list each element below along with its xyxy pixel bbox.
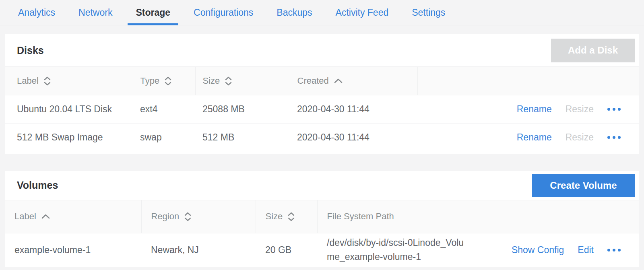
disks-panel-header: Disks Add a Disk (5, 34, 639, 66)
ellipsis-icon[interactable] (607, 134, 621, 140)
column-label: Region (151, 211, 180, 222)
disk-type-cell: swap (133, 124, 195, 152)
detail-tab-bar: Analytics Network Storage Configurations… (0, 0, 644, 25)
up-down-chevrons-icon (165, 76, 171, 86)
column-label: Label (14, 211, 36, 222)
column-label: File System Path (327, 211, 394, 222)
add-disk-button[interactable]: Add a Disk (551, 39, 635, 62)
up-chevron-icon (41, 214, 50, 219)
disks-table: Label Type (5, 66, 639, 152)
disk-type-cell: ext4 (133, 95, 195, 124)
volumes-table: Label Region (5, 200, 639, 267)
disks-table-header-row: Label Type (5, 67, 639, 95)
up-down-chevrons-icon (44, 76, 51, 86)
disk-actions: Rename Resize (425, 132, 639, 143)
tab-backups[interactable]: Backups (268, 0, 320, 25)
disks-column-size[interactable]: Size (195, 67, 290, 95)
disk-created-cell: 2020-04-30 11:44 (290, 124, 417, 152)
disk-created-cell: 2020-04-30 11:44 (290, 95, 417, 124)
volume-region-cell: Newark, NJ (141, 233, 256, 267)
tab-settings[interactable]: Settings (404, 0, 453, 25)
volume-path-cell: /dev/disk/by-id/scsi-0Linode_Volume_exam… (317, 233, 500, 267)
edit-link[interactable]: Edit (578, 245, 594, 256)
volumes-title: Volumes (17, 179, 58, 191)
column-label: Type (140, 76, 160, 86)
resize-link[interactable]: Resize (566, 104, 594, 115)
disk-size-cell: 25088 MB (195, 95, 290, 124)
volumes-column-file-system-path: File System Path (317, 200, 500, 233)
disk-label-cell: Ubuntu 20.04 LTS Disk (5, 95, 133, 124)
show-config-link[interactable]: Show Config (512, 245, 564, 256)
disks-column-label[interactable]: Label (5, 67, 133, 95)
disk-size-cell: 512 MB (195, 124, 290, 152)
tab-configurations[interactable]: Configurations (186, 0, 261, 25)
tab-analytics[interactable]: Analytics (10, 0, 63, 25)
disks-column-actions (417, 67, 639, 95)
ellipsis-icon[interactable] (607, 247, 621, 253)
rename-link[interactable]: Rename (517, 132, 552, 143)
up-down-chevrons-icon (225, 76, 232, 86)
column-label: Size (203, 76, 220, 86)
disks-column-type[interactable]: Type (133, 67, 195, 95)
disks-title: Disks (17, 45, 44, 56)
volume-actions: Show Config Edit (510, 245, 639, 256)
disks-panel: Disks Add a Disk Label (5, 34, 639, 154)
file-system-path: /dev/disk/by-id/scsi-0Linode_Volume_exam… (327, 233, 469, 267)
resize-link[interactable]: Resize (566, 132, 594, 143)
disk-actions: Rename Resize (425, 104, 639, 115)
disk-row: Ubuntu 20.04 LTS Disk ext4 25088 MB 2020… (5, 95, 639, 124)
volumes-column-label[interactable]: Label (5, 200, 141, 233)
volume-size-cell: 20 GB (256, 233, 317, 267)
tab-storage[interactable]: Storage (128, 0, 178, 25)
up-chevron-icon (334, 78, 343, 83)
volumes-panel-header: Volumes Create Volume (5, 171, 639, 200)
disks-column-created[interactable]: Created (290, 67, 417, 95)
volumes-column-actions (500, 200, 639, 233)
rename-link[interactable]: Rename (517, 104, 552, 115)
up-down-chevrons-icon (288, 212, 295, 221)
up-down-chevrons-icon (184, 212, 191, 221)
disk-label-cell: 512 MB Swap Image (5, 124, 133, 152)
tab-activity-feed[interactable]: Activity Feed (328, 0, 397, 25)
volume-row: example-volume-1 Newark, NJ 20 GB /dev/d… (5, 233, 639, 267)
ellipsis-icon[interactable] (607, 106, 621, 112)
column-label: Label (17, 76, 39, 86)
volumes-column-size[interactable]: Size (256, 200, 317, 233)
column-label: Created (297, 76, 329, 86)
tab-network[interactable]: Network (70, 0, 120, 25)
volumes-table-header-row: Label Region (5, 200, 639, 233)
volumes-column-region[interactable]: Region (141, 200, 256, 233)
create-volume-button[interactable]: Create Volume (532, 174, 635, 197)
disk-row: 512 MB Swap Image swap 512 MB 2020-04-30… (5, 124, 639, 152)
volumes-panel: Volumes Create Volume Label Region (5, 171, 639, 267)
volume-label-cell: example-volume-1 (5, 233, 141, 267)
column-label: Size (266, 211, 283, 222)
